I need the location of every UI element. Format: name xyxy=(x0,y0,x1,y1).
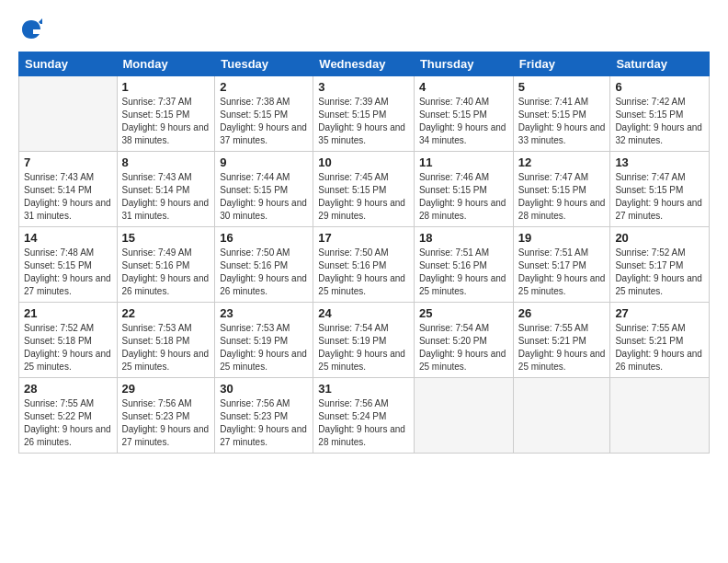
day-info: Sunrise: 7:56 AMSunset: 5:24 PMDaylight:… xyxy=(318,397,409,449)
day-number: 29 xyxy=(122,382,210,396)
logo xyxy=(18,17,50,42)
day-number: 9 xyxy=(220,155,308,169)
calendar-cell: 25Sunrise: 7:54 AMSunset: 5:20 PMDayligh… xyxy=(414,303,513,378)
day-number: 28 xyxy=(24,382,112,396)
day-number: 3 xyxy=(318,80,409,94)
calendar-cell: 6Sunrise: 7:42 AMSunset: 5:15 PMDaylight… xyxy=(610,76,710,152)
day-info: Sunrise: 7:44 AMSunset: 5:15 PMDaylight:… xyxy=(220,171,308,223)
calendar-cell: 19Sunrise: 7:51 AMSunset: 5:17 PMDayligh… xyxy=(513,227,610,303)
calendar-cell: 8Sunrise: 7:43 AMSunset: 5:14 PMDaylight… xyxy=(117,152,215,227)
day-number: 19 xyxy=(518,231,606,245)
weekday-header: Saturday xyxy=(610,52,710,76)
day-number: 26 xyxy=(518,306,606,320)
day-info: Sunrise: 7:51 AMSunset: 5:17 PMDaylight:… xyxy=(518,247,606,298)
calendar-cell: 3Sunrise: 7:39 AMSunset: 5:15 PMDaylight… xyxy=(313,76,415,152)
day-number: 22 xyxy=(122,306,210,320)
day-info: Sunrise: 7:54 AMSunset: 5:19 PMDaylight:… xyxy=(318,322,409,373)
calendar-cell: 16Sunrise: 7:50 AMSunset: 5:16 PMDayligh… xyxy=(215,227,313,303)
day-info: Sunrise: 7:49 AMSunset: 5:16 PMDaylight:… xyxy=(122,247,210,298)
calendar-cell xyxy=(414,378,513,454)
day-number: 15 xyxy=(122,231,210,245)
calendar-cell: 31Sunrise: 7:56 AMSunset: 5:24 PMDayligh… xyxy=(313,378,415,454)
day-info: Sunrise: 7:50 AMSunset: 5:16 PMDaylight:… xyxy=(220,247,308,298)
weekday-header: Monday xyxy=(117,52,215,76)
calendar-cell xyxy=(610,378,710,454)
day-number: 4 xyxy=(419,80,508,94)
day-info: Sunrise: 7:52 AMSunset: 5:18 PMDaylight:… xyxy=(24,322,112,373)
day-info: Sunrise: 7:53 AMSunset: 5:18 PMDaylight:… xyxy=(122,322,210,373)
weekday-header: Wednesday xyxy=(313,52,415,76)
day-number: 13 xyxy=(615,155,704,169)
day-number: 20 xyxy=(615,231,704,245)
calendar-week-row: 1Sunrise: 7:37 AMSunset: 5:15 PMDaylight… xyxy=(19,76,710,152)
day-info: Sunrise: 7:52 AMSunset: 5:17 PMDaylight:… xyxy=(615,247,704,298)
calendar-week-row: 14Sunrise: 7:48 AMSunset: 5:15 PMDayligh… xyxy=(19,227,710,303)
weekday-header: Friday xyxy=(513,52,610,76)
day-info: Sunrise: 7:53 AMSunset: 5:19 PMDaylight:… xyxy=(220,322,308,373)
calendar-cell: 5Sunrise: 7:41 AMSunset: 5:15 PMDaylight… xyxy=(513,76,610,152)
page: SundayMondayTuesdayWednesdayThursdayFrid… xyxy=(0,0,728,563)
day-info: Sunrise: 7:38 AMSunset: 5:15 PMDaylight:… xyxy=(220,96,308,147)
day-info: Sunrise: 7:54 AMSunset: 5:20 PMDaylight:… xyxy=(419,322,508,373)
weekday-header: Thursday xyxy=(414,52,513,76)
day-info: Sunrise: 7:43 AMSunset: 5:14 PMDaylight:… xyxy=(24,171,112,223)
day-info: Sunrise: 7:40 AMSunset: 5:15 PMDaylight:… xyxy=(419,96,508,147)
calendar-cell: 28Sunrise: 7:55 AMSunset: 5:22 PMDayligh… xyxy=(19,378,118,454)
calendar-cell xyxy=(19,76,118,152)
calendar-cell: 27Sunrise: 7:55 AMSunset: 5:21 PMDayligh… xyxy=(610,303,710,378)
day-info: Sunrise: 7:51 AMSunset: 5:16 PMDaylight:… xyxy=(419,247,508,298)
calendar-cell: 18Sunrise: 7:51 AMSunset: 5:16 PMDayligh… xyxy=(414,227,513,303)
day-number: 1 xyxy=(122,80,210,94)
day-number: 27 xyxy=(615,306,704,320)
day-info: Sunrise: 7:47 AMSunset: 5:15 PMDaylight:… xyxy=(518,171,606,223)
calendar-cell: 15Sunrise: 7:49 AMSunset: 5:16 PMDayligh… xyxy=(117,227,215,303)
day-number: 10 xyxy=(318,155,409,169)
calendar-week-row: 28Sunrise: 7:55 AMSunset: 5:22 PMDayligh… xyxy=(19,378,710,454)
calendar-cell: 14Sunrise: 7:48 AMSunset: 5:15 PMDayligh… xyxy=(19,227,118,303)
day-info: Sunrise: 7:55 AMSunset: 5:22 PMDaylight:… xyxy=(24,397,112,449)
header xyxy=(18,17,710,42)
calendar-cell: 9Sunrise: 7:44 AMSunset: 5:15 PMDaylight… xyxy=(215,152,313,227)
weekday-header: Sunday xyxy=(19,52,118,76)
day-info: Sunrise: 7:56 AMSunset: 5:23 PMDaylight:… xyxy=(220,397,308,449)
calendar-cell xyxy=(513,378,610,454)
day-number: 5 xyxy=(518,80,606,94)
calendar-header-row: SundayMondayTuesdayWednesdayThursdayFrid… xyxy=(19,52,710,76)
day-number: 14 xyxy=(24,231,112,245)
calendar-week-row: 7Sunrise: 7:43 AMSunset: 5:14 PMDaylight… xyxy=(19,152,710,227)
day-info: Sunrise: 7:39 AMSunset: 5:15 PMDaylight:… xyxy=(318,96,409,147)
calendar: SundayMondayTuesdayWednesdayThursdayFrid… xyxy=(18,52,710,454)
weekday-header: Tuesday xyxy=(215,52,313,76)
day-info: Sunrise: 7:48 AMSunset: 5:15 PMDaylight:… xyxy=(24,247,112,298)
day-number: 18 xyxy=(419,231,508,245)
calendar-cell: 26Sunrise: 7:55 AMSunset: 5:21 PMDayligh… xyxy=(513,303,610,378)
day-info: Sunrise: 7:55 AMSunset: 5:21 PMDaylight:… xyxy=(518,322,606,373)
day-number: 7 xyxy=(24,155,112,169)
day-number: 30 xyxy=(220,382,308,396)
day-number: 6 xyxy=(615,80,704,94)
day-info: Sunrise: 7:50 AMSunset: 5:16 PMDaylight:… xyxy=(318,247,409,298)
day-number: 8 xyxy=(122,155,210,169)
day-info: Sunrise: 7:41 AMSunset: 5:15 PMDaylight:… xyxy=(518,96,606,147)
day-number: 2 xyxy=(220,80,308,94)
calendar-cell: 13Sunrise: 7:47 AMSunset: 5:15 PMDayligh… xyxy=(610,152,710,227)
day-info: Sunrise: 7:37 AMSunset: 5:15 PMDaylight:… xyxy=(122,96,210,147)
day-info: Sunrise: 7:55 AMSunset: 5:21 PMDaylight:… xyxy=(615,322,704,373)
day-number: 11 xyxy=(419,155,508,169)
calendar-cell: 29Sunrise: 7:56 AMSunset: 5:23 PMDayligh… xyxy=(117,378,215,454)
calendar-cell: 11Sunrise: 7:46 AMSunset: 5:15 PMDayligh… xyxy=(414,152,513,227)
day-number: 17 xyxy=(318,231,409,245)
day-number: 24 xyxy=(318,306,409,320)
calendar-cell: 12Sunrise: 7:47 AMSunset: 5:15 PMDayligh… xyxy=(513,152,610,227)
calendar-cell: 23Sunrise: 7:53 AMSunset: 5:19 PMDayligh… xyxy=(215,303,313,378)
day-info: Sunrise: 7:46 AMSunset: 5:15 PMDaylight:… xyxy=(419,171,508,223)
logo-icon xyxy=(18,17,44,42)
day-info: Sunrise: 7:43 AMSunset: 5:14 PMDaylight:… xyxy=(122,171,210,223)
calendar-cell: 7Sunrise: 7:43 AMSunset: 5:14 PMDaylight… xyxy=(19,152,118,227)
day-info: Sunrise: 7:45 AMSunset: 5:15 PMDaylight:… xyxy=(318,171,409,223)
calendar-cell: 4Sunrise: 7:40 AMSunset: 5:15 PMDaylight… xyxy=(414,76,513,152)
calendar-cell: 1Sunrise: 7:37 AMSunset: 5:15 PMDaylight… xyxy=(117,76,215,152)
calendar-cell: 10Sunrise: 7:45 AMSunset: 5:15 PMDayligh… xyxy=(313,152,415,227)
day-number: 25 xyxy=(419,306,508,320)
day-number: 12 xyxy=(518,155,606,169)
